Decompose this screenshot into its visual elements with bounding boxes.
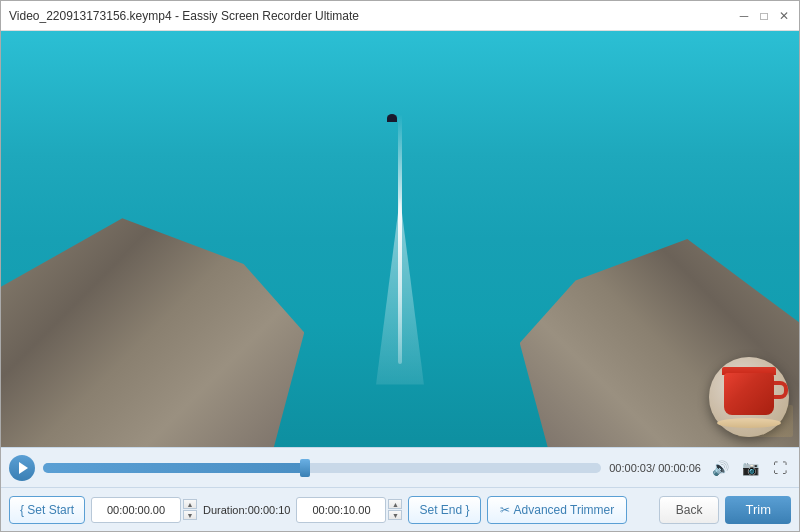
window-controls: ─ □ ✕	[737, 9, 791, 23]
minimize-button[interactable]: ─	[737, 9, 751, 23]
window-title: Video_220913173156.keymp4 - Eassiy Scree…	[9, 9, 737, 23]
set-end-button[interactable]: Set End }	[408, 496, 480, 524]
start-time-up[interactable]: ▲	[183, 499, 197, 509]
duration-label: Duration:00:00:10	[203, 504, 290, 516]
progress-bar[interactable]	[43, 463, 601, 473]
advanced-trimmer-label: Advanced Trimmer	[514, 503, 615, 517]
end-time-down[interactable]: ▼	[388, 510, 402, 520]
set-start-label: { Set Start	[20, 503, 74, 517]
set-end-label: Set End }	[419, 503, 469, 517]
start-time-input[interactable]: 00:00:00.00	[91, 497, 181, 523]
video-canvas	[1, 31, 799, 447]
trim-controls-bar: { Set Start 00:00:00.00 ▲ ▼ Duration:00:…	[1, 487, 799, 531]
back-label: Back	[676, 503, 703, 517]
advanced-trimmer-button[interactable]: ✂ Advanced Trimmer	[487, 496, 628, 524]
volume-button[interactable]: 🔊	[709, 457, 731, 479]
maximize-button[interactable]: □	[757, 9, 771, 23]
close-button[interactable]: ✕	[777, 9, 791, 23]
playback-controls: 00:00:03/ 00:00:06 🔊 📷 ⛶	[1, 447, 799, 487]
play-icon	[19, 462, 28, 474]
end-time-input[interactable]: 00:00:10.00	[296, 497, 386, 523]
fullscreen-button[interactable]: ⛶	[769, 457, 791, 479]
end-time-up[interactable]: ▲	[388, 499, 402, 509]
boat	[387, 114, 397, 122]
start-time-spinners: ▲ ▼	[183, 499, 197, 520]
coffee-mug-overlay	[709, 357, 789, 437]
main-window: Video_220913173156.keymp4 - Eassiy Scree…	[0, 0, 800, 532]
wake-trail	[398, 114, 402, 364]
start-time-group: 00:00:00.00 ▲ ▼	[91, 497, 197, 523]
mug-saucer	[717, 418, 781, 428]
time-display: 00:00:03/ 00:00:06	[609, 462, 701, 474]
set-start-button[interactable]: { Set Start	[9, 496, 85, 524]
mug-body	[724, 373, 774, 415]
current-time: 00:00:03	[609, 462, 652, 474]
camera-button[interactable]: 📷	[739, 457, 761, 479]
trim-label: Trim	[745, 502, 771, 517]
end-time-group: 00:00:10.00 ▲ ▼	[296, 497, 402, 523]
title-bar: Video_220913173156.keymp4 - Eassiy Scree…	[1, 1, 799, 31]
end-time-spinners: ▲ ▼	[388, 499, 402, 520]
scissors-icon: ✂	[500, 503, 510, 517]
video-area	[1, 31, 799, 447]
back-button[interactable]: Back	[659, 496, 720, 524]
progress-thumb[interactable]	[300, 459, 310, 477]
trim-button[interactable]: Trim	[725, 496, 791, 524]
mug-handle	[774, 381, 788, 399]
total-time: 00:00:06	[658, 462, 701, 474]
start-time-down[interactable]: ▼	[183, 510, 197, 520]
play-button[interactable]	[9, 455, 35, 481]
progress-fill	[43, 463, 305, 473]
